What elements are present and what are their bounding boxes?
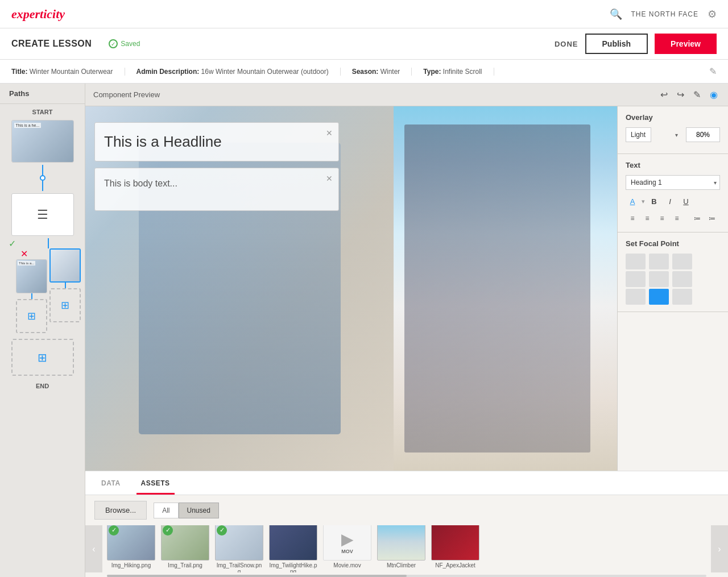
asset-item-twilighthike[interactable]: Img_TwilightHike.png [269,525,317,572]
palette-button[interactable]: ◉ [708,87,720,102]
meta-title-value: Winter Mountain Outerwear [30,68,113,76]
scroll-right-arrow[interactable]: › [711,525,728,572]
publish-button[interactable]: Publish [585,34,648,54]
format-underline-button[interactable]: A [626,194,639,208]
path-card-3a[interactable]: This is a... [16,259,47,293]
tab-assets[interactable]: ASSETS [136,474,175,495]
focal-grid [626,254,694,305]
focal-cell-2-0[interactable] [626,289,646,305]
main-layout: Paths START This is a he... ☰ ✓ [0,84,728,577]
add-card-sm-left[interactable]: ⊞ [16,299,47,333]
overlay-mode-select[interactable]: Light [626,127,651,142]
top-nav: experticity 🔍 THE NORTH FACE ⚙ [0,0,728,28]
format-italic-button[interactable]: I [663,194,677,208]
preview-and-panel: Component Preview ↩ ↪ ✎ ◉ [85,84,728,577]
asset-name-trailsnow: Img_TrailSnow.png [215,562,263,573]
scrollbar-container [85,572,728,577]
preview-button[interactable]: Preview [655,34,717,54]
add-card-sm-right[interactable]: ⊞ [49,288,81,322]
align-center-button[interactable]: ≡ [640,211,654,225]
assets-scroll: ‹ ✓ Img_Hiking.png ✓ [85,525,728,572]
path-card-3b[interactable] [49,248,81,283]
path-card-1[interactable]: This is a he... [11,120,74,163]
list-ordered-button[interactable]: ≔ [705,211,719,225]
undo-button[interactable]: ↩ [658,87,670,102]
text-title: Text [626,161,720,169]
asset-item-hiking[interactable]: ✓ Img_Hiking.png [107,525,155,568]
asset-thumb-movie: ▶ MOV [323,525,371,561]
headline-close-icon[interactable]: ✕ [326,128,333,138]
skier-figure [404,124,590,453]
filter-unused-button[interactable]: Unused [179,503,219,518]
done-button[interactable]: DONE [555,40,578,48]
headline-box[interactable]: This is a Headline ✕ [94,122,339,161]
text-section: Text Heading 1 A ▾ B I U [618,154,728,233]
meta-type: Type: Infinite Scroll [412,68,494,76]
focal-cell-2-1[interactable] [649,289,669,305]
body-text: This is body text... [104,179,177,188]
filter-btn-group: All Unused [154,503,219,518]
scrollbar-track[interactable] [107,575,706,577]
check-mark-1: ✓ [9,238,16,249]
headline-text: This is a Headline [104,133,222,150]
focal-cell-1-2[interactable] [672,271,692,287]
meta-title: Title: Winter Mountain Outerwear [11,68,125,76]
asset-name-mtnclimber: MtnClimber [387,562,416,568]
edit-meta-icon[interactable]: ✎ [709,66,717,77]
overlay-section: Overlay Light [618,106,728,154]
asset-check-trailsnow: ✓ [217,525,227,536]
list-icon: ☰ [12,194,73,235]
body-text-box[interactable]: This is body text... ✕ [94,168,339,211]
search-icon[interactable]: 🔍 [610,8,622,20]
asset-item-trail[interactable]: ✓ Img_Trail.png [161,525,209,568]
text-style-select[interactable]: Heading 1 [626,175,720,190]
format-bold-button[interactable]: B [647,194,661,208]
list-unordered-button[interactable]: ≔ [690,211,704,225]
paths-header: Paths [0,84,85,104]
overlay-controls: Light [626,127,720,142]
saved-badge: ✓ Saved [109,39,140,48]
scrollbar-thumb[interactable] [107,575,407,577]
focal-cell-2-2[interactable] [672,289,692,305]
preview-main-row: This is a Headline ✕ This is body text..… [85,106,728,471]
settings-icon[interactable]: ⚙ [708,8,717,20]
focal-cell-1-1[interactable] [649,271,669,287]
format-underline2-button[interactable]: U [679,194,693,208]
asset-item-movie[interactable]: ▶ MOV Movie.mov [323,525,371,568]
focal-cell-0-1[interactable] [649,254,669,269]
assets-controls: Browse... All Unused [85,495,728,525]
bottom-tabs: DATA ASSETS [85,471,728,495]
paths-content: START This is a he... ☰ ✓ [0,104,85,394]
asset-name-movie: Movie.mov [333,562,361,568]
meta-season-value: Winter [380,68,400,76]
asset-item-trailsnow[interactable]: ✓ Img_TrailSnow.png [215,525,263,572]
overlay-opacity-input[interactable] [686,127,720,142]
add-card-main[interactable]: ⊞ [11,339,74,376]
asset-name-twilighthike: Img_TwilightHike.png [269,562,317,573]
tab-data[interactable]: DATA [97,474,125,495]
redo-button[interactable]: ↪ [675,87,686,102]
company-name: THE NORTH FACE [631,10,698,18]
focal-cell-0-0[interactable] [626,254,646,269]
edit-button[interactable]: ✎ [691,87,703,102]
browse-button[interactable]: Browse... [94,501,147,520]
component-preview-label: Component Preview [93,90,653,99]
filter-all-button[interactable]: All [154,503,178,518]
align-right-button[interactable]: ≡ [655,211,669,225]
focal-cell-0-2[interactable] [672,254,692,269]
overlay-title: Overlay [626,113,720,122]
align-justify-button[interactable]: ≡ [670,211,684,225]
scroll-left-arrow[interactable]: ‹ [85,525,102,572]
asset-item-apexjacket[interactable]: NF_ApexJacket [431,525,479,568]
body-close-icon[interactable]: ✕ [326,174,333,183]
focal-cell-1-0[interactable] [626,271,646,287]
asset-thumb-hiking: ✓ [107,525,155,561]
align-left-button[interactable]: ≡ [626,211,639,225]
asset-name-hiking: Img_Hiking.png [111,562,151,568]
asset-item-mtnclimber[interactable]: MtnClimber [377,525,425,568]
path-card-2[interactable]: ☰ [11,193,74,236]
text-format-row: A ▾ B I U [626,194,720,208]
meta-type-value: Infinite Scroll [443,68,482,76]
assets-list: ✓ Img_Hiking.png ✓ Img_Trail.png [102,525,711,572]
connector-3 [48,238,49,248]
